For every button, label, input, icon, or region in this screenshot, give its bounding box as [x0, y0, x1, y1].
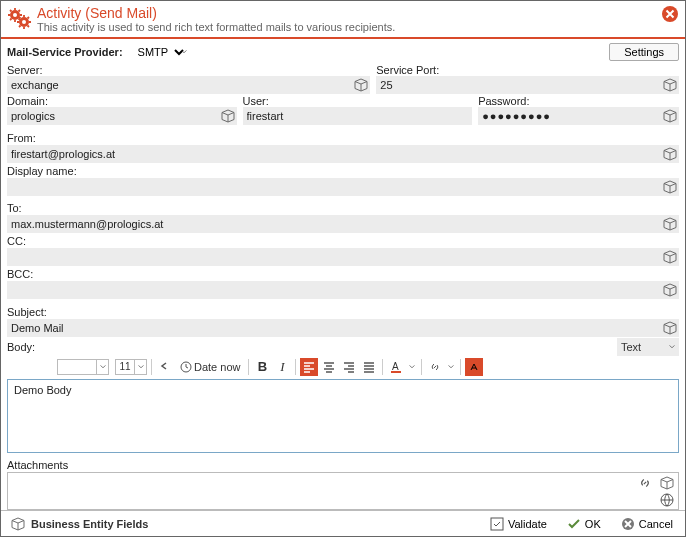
port-input[interactable] [380, 79, 659, 91]
user-label: User: [243, 95, 473, 107]
body-format-select[interactable]: Text [617, 338, 665, 356]
svg-rect-7 [391, 371, 401, 373]
settings-button[interactable]: Settings [609, 43, 679, 61]
dialog-title: Activity (Send Mail) [37, 5, 395, 21]
business-entity-fields-button[interactable]: Business Entity Fields [31, 518, 148, 530]
cube-icon[interactable] [656, 476, 674, 490]
undo-icon[interactable] [156, 358, 174, 376]
attachments-label: Attachments [7, 459, 679, 471]
body-label: Body: [7, 341, 35, 353]
cube-icon[interactable] [7, 517, 25, 531]
font-color-icon[interactable]: A [387, 358, 405, 376]
bcc-label: BCC: [7, 268, 33, 280]
svg-point-1 [13, 13, 17, 17]
align-center-icon[interactable] [320, 358, 338, 376]
validate-icon [490, 517, 504, 531]
globe-icon[interactable] [660, 493, 674, 507]
domain-label: Domain: [7, 95, 237, 107]
dialog-header: Activity (Send Mail) This activity is us… [1, 1, 685, 39]
domain-input[interactable] [11, 110, 217, 122]
font-size-combo[interactable]: 11 [115, 358, 147, 376]
ok-button[interactable]: OK [561, 515, 607, 533]
dialog-footer: Business Entity Fields Validate OK Cance… [1, 510, 685, 536]
chevron-down-icon[interactable] [407, 358, 417, 376]
cube-icon[interactable] [659, 109, 677, 123]
cube-icon[interactable] [659, 321, 677, 335]
svg-point-3 [22, 20, 26, 24]
dialog-subtitle: This activity is used to send rich text … [37, 21, 395, 33]
editor-toolbar: 11 Date now B I A [7, 356, 679, 378]
close-icon[interactable] [661, 5, 679, 23]
attachments-box[interactable] [7, 472, 679, 510]
chevron-down-icon[interactable] [665, 338, 679, 356]
cancel-button[interactable]: Cancel [615, 515, 679, 533]
svg-text:A: A [392, 361, 399, 372]
check-icon [567, 517, 581, 531]
cube-icon[interactable] [659, 180, 677, 194]
align-justify-icon[interactable] [360, 358, 378, 376]
validate-button[interactable]: Validate [484, 515, 553, 533]
cube-icon[interactable] [659, 78, 677, 92]
subject-input[interactable] [11, 322, 659, 334]
display-input[interactable] [11, 181, 659, 193]
cube-icon[interactable] [350, 78, 368, 92]
port-label: Service Port: [376, 64, 679, 76]
cube-icon[interactable] [659, 250, 677, 264]
link-icon[interactable] [638, 476, 652, 490]
to-input[interactable] [11, 218, 659, 230]
provider-label: Mail-Service Provider: [7, 46, 123, 58]
chevron-down-icon [180, 48, 188, 56]
align-left-icon[interactable] [300, 358, 318, 376]
align-right-icon[interactable] [340, 358, 358, 376]
cc-input[interactable] [11, 251, 659, 263]
to-label: To: [7, 202, 22, 214]
cube-icon[interactable] [659, 283, 677, 297]
bold-icon[interactable]: B [253, 358, 271, 376]
from-label: From: [7, 132, 36, 144]
cube-icon[interactable] [217, 109, 235, 123]
body-editor[interactable]: Demo Body [7, 379, 679, 453]
cube-icon[interactable] [659, 217, 677, 231]
cc-label: CC: [7, 235, 26, 247]
password-label: Password: [478, 95, 679, 107]
chevron-down-icon[interactable] [446, 358, 456, 376]
link-icon[interactable] [426, 358, 444, 376]
cancel-icon [621, 517, 635, 531]
cube-icon[interactable] [659, 147, 677, 161]
display-label: Display name: [7, 165, 77, 177]
subject-label: Subject: [7, 306, 47, 318]
highlight-icon[interactable] [465, 358, 483, 376]
italic-icon[interactable]: I [273, 358, 291, 376]
from-input[interactable] [11, 148, 659, 160]
user-input[interactable] [247, 110, 471, 122]
server-input[interactable] [11, 79, 350, 91]
bcc-input[interactable] [11, 284, 659, 296]
font-family-combo[interactable] [57, 358, 109, 376]
svg-rect-9 [491, 518, 503, 530]
provider-row: Mail-Service Provider: SMTP Settings [7, 43, 679, 61]
password-input[interactable] [482, 110, 659, 122]
server-label: Server: [7, 64, 370, 76]
activity-gears-icon [7, 7, 31, 31]
insert-date-button[interactable]: Date now [176, 361, 244, 373]
